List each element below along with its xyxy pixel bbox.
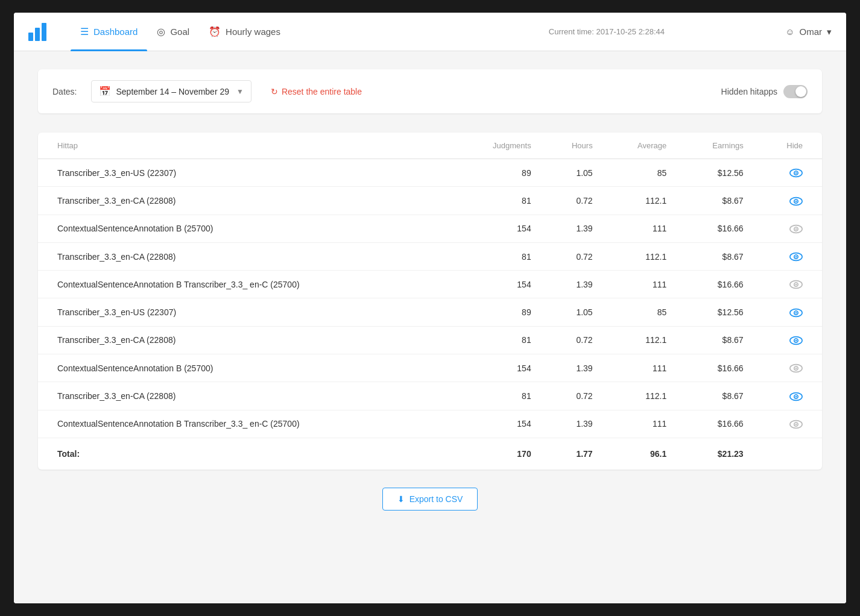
cell-average: 111 (602, 215, 677, 242)
svg-point-17 (795, 312, 797, 313)
cell-hide[interactable] (753, 354, 822, 382)
table-row: Transcriber_3.3_en-US (22307) 89 1.05 85… (38, 298, 822, 326)
reset-label: Reset the entire table (282, 87, 362, 96)
export-area: ⬇ Export to CSV (38, 488, 822, 523)
cell-judgments: 89 (453, 159, 541, 187)
svg-point-14 (795, 284, 797, 286)
cell-earnings: $8.67 (676, 326, 753, 354)
reset-icon: ↻ (271, 87, 278, 96)
col-judgments: Judgments (453, 133, 541, 159)
cell-earnings: $8.67 (676, 242, 753, 270)
hidden-hitapps-toggle[interactable] (783, 85, 808, 98)
cell-judgments: 154 (453, 354, 541, 382)
cell-average: 112.1 (602, 382, 677, 410)
cell-earnings: $16.66 (676, 410, 753, 438)
table-row: Transcriber_3.3_en-CA (22808) 81 0.72 11… (38, 382, 822, 410)
nav-item-hourly-wages[interactable]: ⏰ Hourly wages (199, 13, 290, 51)
cell-hours: 0.72 (541, 326, 602, 354)
cell-hide[interactable] (753, 382, 822, 410)
cell-average: 112.1 (602, 187, 677, 215)
col-earnings: Earnings (676, 133, 753, 159)
svg-point-26 (795, 395, 797, 397)
table-row: ContextualSentenceAnnotation B (25700) 1… (38, 215, 822, 242)
cell-hours: 1.39 (541, 215, 602, 242)
logo-bar-2 (35, 28, 40, 41)
current-time: Current time: 2017-10-25 2:28:44 (428, 27, 786, 36)
main-nav: ☰ Dashboard ◎ Goal ⏰ Hourly wages (71, 13, 428, 51)
total-hours: 1.77 (541, 438, 602, 470)
cell-name: Transcriber_3.3_en-US (22307) (38, 159, 453, 187)
cell-average: 112.1 (602, 242, 677, 270)
total-average: 96.1 (602, 438, 677, 470)
reset-table-button[interactable]: ↻ Reset the entire table (266, 84, 367, 99)
col-hours: Hours (541, 133, 602, 159)
cell-earnings: $16.66 (676, 215, 753, 242)
nav-item-dashboard[interactable]: ☰ Dashboard (71, 13, 147, 51)
cell-average: 112.1 (602, 326, 677, 354)
cell-average: 85 (602, 298, 677, 326)
total-label: Total: (38, 438, 453, 470)
cell-hide[interactable] (753, 242, 822, 270)
export-csv-button[interactable]: ⬇ Export to CSV (382, 488, 478, 511)
logo-bar-1 (28, 33, 33, 41)
date-range: September 14 – November 29 (116, 87, 229, 96)
clock-icon: ⏰ (209, 26, 221, 37)
table-row: ContextualSentenceAnnotation B (25700) 1… (38, 354, 822, 382)
cell-hide[interactable] (753, 298, 822, 326)
cell-hours: 1.39 (541, 271, 602, 298)
svg-point-8 (795, 228, 797, 230)
cell-earnings: $16.66 (676, 271, 753, 298)
user-name: Omar (800, 27, 823, 37)
table-row: Transcriber_3.3_en-CA (22808) 81 0.72 11… (38, 187, 822, 215)
total-hide-placeholder (753, 438, 822, 470)
nav-label-hourly-wages: Hourly wages (226, 27, 280, 37)
table-row: Transcriber_3.3_en-CA (22808) 81 0.72 11… (38, 326, 822, 354)
cell-name: Transcriber_3.3_en-CA (22808) (38, 382, 453, 410)
header: ☰ Dashboard ◎ Goal ⏰ Hourly wages Curren… (14, 13, 846, 51)
total-row: Total: 170 1.77 96.1 $21.23 (38, 438, 822, 470)
cell-hours: 1.05 (541, 298, 602, 326)
cell-judgments: 89 (453, 298, 541, 326)
cell-hide[interactable] (753, 215, 822, 242)
cell-average: 111 (602, 271, 677, 298)
cell-hours: 1.05 (541, 159, 602, 187)
cell-average: 85 (602, 159, 677, 187)
cell-judgments: 81 (453, 382, 541, 410)
total-earnings: $21.23 (676, 438, 753, 470)
user-menu[interactable]: ☺ Omar ▾ (785, 27, 832, 37)
cell-hours: 1.39 (541, 410, 602, 438)
logo (28, 23, 46, 41)
export-label: Export to CSV (409, 494, 463, 504)
cell-average: 111 (602, 410, 677, 438)
dashboard-icon: ☰ (80, 26, 89, 37)
cell-hide[interactable] (753, 159, 822, 187)
cell-hide[interactable] (753, 187, 822, 215)
col-hittap: Hittap (38, 133, 453, 159)
cell-hours: 0.72 (541, 187, 602, 215)
nav-label-dashboard: Dashboard (93, 27, 138, 37)
cell-hide[interactable] (753, 326, 822, 354)
date-picker[interactable]: 📅 September 14 – November 29 ▼ (91, 80, 251, 102)
svg-point-2 (795, 172, 797, 174)
filter-bar: Dates: 📅 September 14 – November 29 ▼ ↻ … (38, 69, 822, 113)
nav-item-goal[interactable]: ◎ Goal (147, 13, 199, 51)
cell-name: Transcriber_3.3_en-US (22307) (38, 298, 453, 326)
cell-hide[interactable] (753, 271, 822, 298)
cell-name: Transcriber_3.3_en-CA (22808) (38, 326, 453, 354)
total-judgments: 170 (453, 438, 541, 470)
svg-point-5 (795, 200, 797, 202)
col-hide: Hide (753, 133, 822, 159)
cell-earnings: $12.56 (676, 159, 753, 187)
cell-name: Transcriber_3.3_en-CA (22808) (38, 242, 453, 270)
data-table: Hittap Judgments Hours Average Earnings … (38, 133, 822, 470)
cell-hours: 1.39 (541, 354, 602, 382)
cell-earnings: $8.67 (676, 382, 753, 410)
user-chevron-icon: ▾ (827, 27, 832, 37)
download-icon: ⬇ (397, 494, 405, 504)
cell-earnings: $8.67 (676, 187, 753, 215)
cell-hide[interactable] (753, 410, 822, 438)
svg-point-20 (795, 340, 797, 342)
col-average: Average (602, 133, 677, 159)
cell-name: ContextualSentenceAnnotation B Transcrib… (38, 271, 453, 298)
table-row: Transcriber_3.3_en-CA (22808) 81 0.72 11… (38, 242, 822, 270)
